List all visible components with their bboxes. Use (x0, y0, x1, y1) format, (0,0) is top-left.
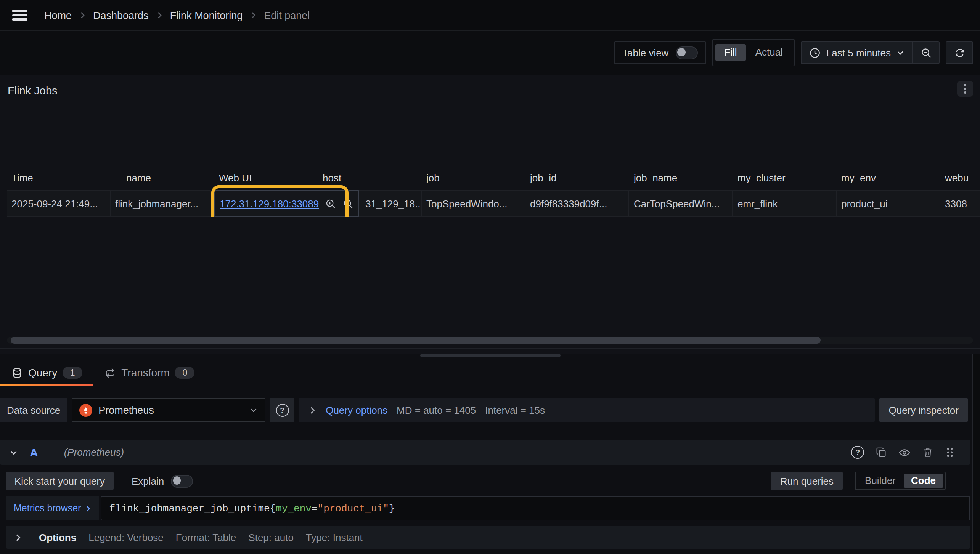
format-stat: Format: Table (176, 532, 236, 543)
panel-menu-icon[interactable] (957, 81, 973, 97)
table-view-label: Table view (622, 47, 668, 58)
datasource-selected: Prometheus (98, 404, 243, 416)
column-header[interactable]: job (422, 172, 525, 190)
transform-icon (104, 367, 116, 378)
datasource-help-button[interactable]: ? (270, 398, 294, 422)
breadcrumb: Home Dashboards Flink Monitoring Edit pa… (44, 10, 310, 21)
interval-stat: Interval = 15s (485, 404, 545, 416)
magnifier-minus-icon[interactable] (342, 198, 354, 209)
explain-toggle[interactable] (171, 474, 193, 487)
breadcrumb-dashboards[interactable]: Dashboards (93, 10, 149, 21)
magnifier-minus-icon (920, 47, 932, 58)
chevron-right-icon (14, 533, 22, 541)
cell-job-id: d9f9f83339d09f... (525, 191, 629, 216)
column-header[interactable]: Time (7, 172, 111, 190)
cell-my-cluster: emr_flink (733, 191, 837, 216)
zoom-out-time-button[interactable] (913, 42, 939, 63)
menu-icon[interactable] (12, 10, 27, 21)
metrics-browser-label: Metrics browser (14, 503, 81, 514)
code-option[interactable]: Code (903, 474, 943, 488)
chevron-right-icon (156, 11, 163, 19)
chevron-down-icon (896, 48, 904, 57)
metrics-browser-button[interactable]: Metrics browser (6, 496, 99, 520)
refresh-icon (954, 47, 965, 58)
prometheus-logo-icon (79, 403, 92, 416)
builder-code-switch: Builder Code (855, 472, 946, 490)
chevron-right-icon (79, 11, 86, 19)
max-data-points-stat: MD = auto = 1405 (397, 404, 476, 416)
panel-toolbar: Table view Fill Actual Last 5 minutes (0, 31, 980, 75)
column-header[interactable]: my_env (837, 172, 940, 190)
breadcrumb-dashboard-name[interactable]: Flink Monitoring (170, 10, 243, 21)
chevron-right-icon (308, 406, 316, 414)
table-view-toggle[interactable] (675, 46, 697, 59)
column-header[interactable]: Web UI (214, 172, 318, 190)
chevron-down-icon[interactable] (9, 448, 18, 457)
kick-start-button[interactable]: Kick start your query (6, 472, 113, 490)
breadcrumb-home[interactable]: Home (44, 10, 72, 21)
pane-scrollbar-gutter[interactable] (972, 354, 980, 554)
help-icon: ? (276, 403, 289, 416)
pane-resize-handle[interactable] (420, 354, 560, 357)
datasource-picker[interactable]: Prometheus (72, 398, 265, 422)
editor-tabs: Query 1 Transform 0 (0, 367, 980, 386)
explain-label: Explain (132, 475, 164, 487)
time-range-control: Last 5 minutes (801, 41, 940, 64)
horizontal-scrollbar-thumb[interactable] (11, 337, 821, 344)
fill-actual-switch: Fill Actual (712, 39, 795, 66)
column-header[interactable]: __name__ (111, 172, 214, 190)
promql-editor-row: Metrics browser flink_jobmanager_job_upt… (6, 496, 970, 520)
table-view-control: Table view (614, 41, 706, 64)
tab-query[interactable]: Query 1 (0, 367, 93, 386)
drag-handle-icon[interactable] (945, 447, 955, 458)
step-stat: Step: auto (248, 532, 294, 543)
eye-icon[interactable] (898, 446, 911, 458)
run-queries-button[interactable]: Run queries (771, 472, 843, 490)
refresh-button[interactable] (946, 41, 973, 64)
column-header[interactable]: my_cluster (733, 172, 837, 190)
column-header[interactable]: job_name (629, 172, 733, 190)
query-options-row[interactable]: Options Legend: Verbose Format: Table St… (6, 526, 970, 549)
query-ref-id[interactable]: A (30, 446, 38, 459)
query-help-icon[interactable]: ? (851, 446, 864, 459)
datasource-bar: Data source Prometheus ? Query options M… (0, 398, 980, 422)
breadcrumb-edit-panel: Edit panel (264, 10, 310, 21)
options-label: Options (39, 532, 76, 543)
query-a-header: A (Prometheus) ? (0, 440, 970, 465)
promql-expression: flink_jobmanager_job_uptime{my_env="prod… (109, 503, 395, 514)
magnifier-plus-icon[interactable] (325, 198, 336, 209)
top-nav: Home Dashboards Flink Monitoring Edit pa… (0, 0, 980, 31)
table-panel: Time __name__ Web UI host job job_id job… (7, 172, 980, 217)
cell-webui-port: 3308 (940, 191, 980, 216)
database-icon (11, 367, 23, 378)
cell-my-env: product_ui (837, 191, 940, 216)
trash-icon[interactable] (922, 447, 933, 458)
column-header[interactable]: job_id (525, 172, 629, 190)
query-options-label: Query options (326, 404, 387, 416)
duplicate-icon[interactable] (876, 447, 887, 458)
query-inspector-button[interactable]: Query inspector (879, 398, 968, 422)
builder-option[interactable]: Builder (857, 474, 903, 488)
help-icon: ? (851, 446, 864, 459)
datasource-label: Data source (0, 398, 67, 422)
flink-ui-link[interactable]: 172.31.129.180:33089 (220, 198, 319, 209)
query-actions: ? (851, 446, 955, 459)
active-tab-underline (0, 384, 93, 386)
actual-option[interactable]: Actual (746, 44, 792, 61)
clock-icon (810, 47, 821, 58)
cell-name: flink_jobmanager... (111, 191, 214, 216)
query-options-bar[interactable]: Query options MD = auto = 1405 Interval … (299, 398, 875, 422)
promql-input[interactable]: flink_jobmanager_job_uptime{my_env="prod… (101, 496, 970, 520)
column-header[interactable]: host (318, 172, 422, 190)
table-header-row: Time __name__ Web UI host job job_id job… (7, 172, 980, 190)
fill-option[interactable]: Fill (715, 44, 746, 61)
tab-transform[interactable]: Transform 0 (93, 367, 206, 386)
time-range-picker[interactable]: Last 5 minutes (802, 47, 912, 58)
type-stat: Type: Instant (306, 532, 363, 543)
grafana-edit-panel: Home Dashboards Flink Monitoring Edit pa… (0, 0, 980, 554)
webui-cell-hover-overlay: 172.31.129.180:33089 (214, 190, 359, 217)
transform-count-badge: 0 (175, 367, 195, 379)
cell-job: TopSpeedWindo... (422, 191, 525, 216)
tab-query-label: Query (28, 367, 57, 379)
column-header[interactable]: webu (940, 172, 980, 190)
